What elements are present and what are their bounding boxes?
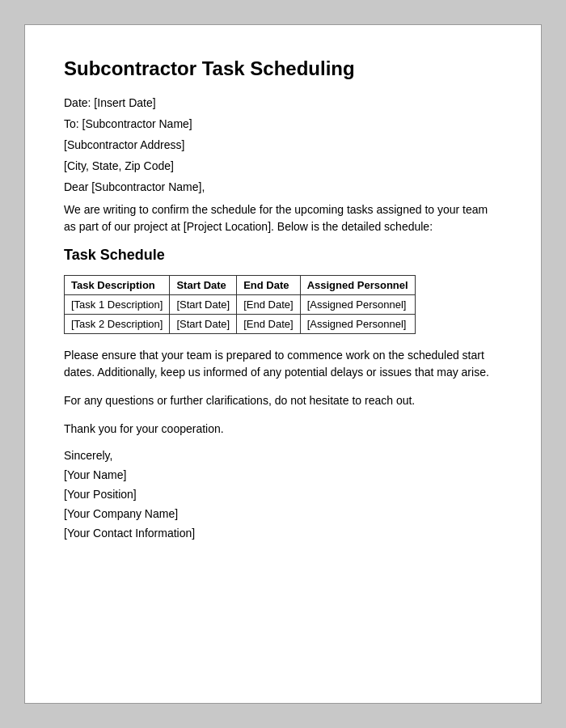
task-schedule-title: Task Schedule xyxy=(64,247,502,264)
city-line: [City, State, Zip Code] xyxy=(64,159,502,172)
table-cell: [End Date] xyxy=(237,295,300,315)
your-position: [Your Position] xyxy=(64,488,502,501)
your-contact: [Your Contact Information] xyxy=(64,527,502,540)
table-cell: [Start Date] xyxy=(170,315,237,334)
address-line: [Subcontractor Address] xyxy=(64,138,502,151)
sincerely-line: Sincerely, xyxy=(64,449,502,462)
col-header-personnel: Assigned Personnel xyxy=(300,276,415,295)
table-cell: [Assigned Personnel] xyxy=(300,315,415,334)
table-row: [Task 2 Description][Start Date][End Dat… xyxy=(65,315,416,334)
your-company: [Your Company Name] xyxy=(64,507,502,520)
table-cell: [Task 2 Description] xyxy=(65,315,170,334)
document-container: Subcontractor Task Scheduling Date: [Ins… xyxy=(24,24,542,704)
col-header-task: Task Description xyxy=(65,276,170,295)
thanks-line: Thank you for your cooperation. xyxy=(64,421,502,438)
body-paragraph-1: Please ensure that your team is prepared… xyxy=(64,347,502,381)
table-cell: [End Date] xyxy=(237,315,300,334)
table-cell: [Task 1 Description] xyxy=(65,295,170,315)
date-line: Date: [Insert Date] xyxy=(64,96,502,109)
table-header-row: Task Description Start Date End Date Ass… xyxy=(65,276,416,295)
table-cell: [Assigned Personnel] xyxy=(300,295,415,315)
table-cell: [Start Date] xyxy=(170,295,237,315)
intro-paragraph: We are writing to confirm the schedule f… xyxy=(64,201,502,235)
dear-line: Dear [Subcontractor Name], xyxy=(64,180,502,193)
col-header-start: Start Date xyxy=(170,276,237,295)
to-line: To: [Subcontractor Name] xyxy=(64,117,502,130)
document-title: Subcontractor Task Scheduling xyxy=(64,57,502,80)
table-row: [Task 1 Description][Start Date][End Dat… xyxy=(65,295,416,315)
col-header-end: End Date xyxy=(237,276,300,295)
your-name: [Your Name] xyxy=(64,468,502,481)
body-paragraph-2: For any questions or further clarificati… xyxy=(64,392,502,409)
signature-block: Sincerely, [Your Name] [Your Position] [… xyxy=(64,449,502,540)
task-schedule-table: Task Description Start Date End Date Ass… xyxy=(64,275,416,334)
